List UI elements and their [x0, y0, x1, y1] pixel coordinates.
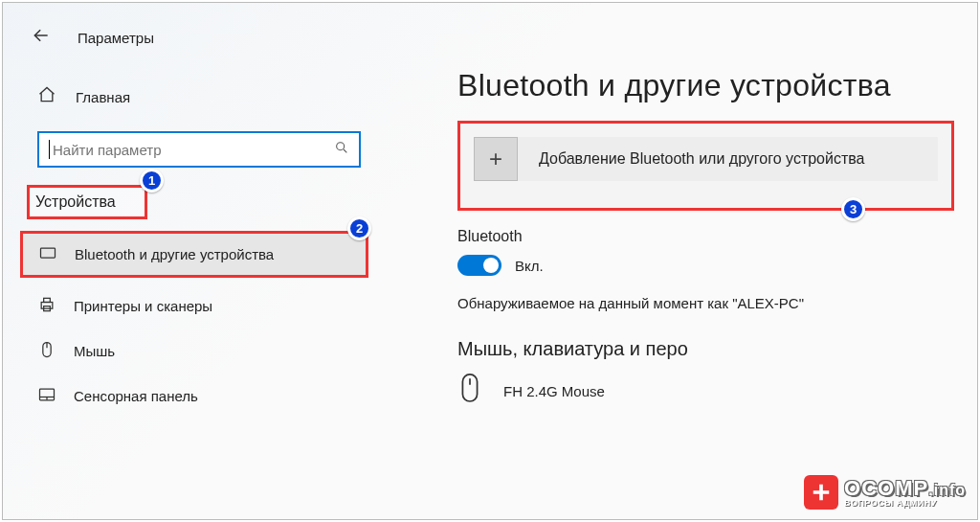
- nav-label: Принтеры и сканеры: [74, 298, 212, 314]
- sidebar-item-home[interactable]: Главная: [3, 55, 386, 112]
- sidebar-item-printers[interactable]: Принтеры и сканеры: [3, 284, 386, 329]
- search-icon: [334, 140, 349, 159]
- category-label: Устройства: [35, 193, 116, 210]
- search-field[interactable]: [53, 142, 334, 158]
- add-device-label: Добавление Bluetooth или другого устройс…: [539, 150, 865, 168]
- watermark-brand: OCOMP: [844, 476, 928, 500]
- bluetooth-state: Вкл.: [515, 258, 544, 274]
- settings-window: Параметры Главная Устройства: [2, 2, 978, 520]
- home-label: Главная: [76, 89, 130, 105]
- watermark-logo-icon: [804, 475, 838, 510]
- bluetooth-toggle[interactable]: [457, 255, 501, 276]
- nav-list: Bluetooth и другие устройства 2 Принтеры…: [3, 231, 386, 419]
- svg-rect-15: [462, 374, 477, 401]
- annotation-badge-2: 2: [347, 216, 371, 240]
- bluetooth-section: Bluetooth Вкл. Обнаруживаемое на данный …: [457, 228, 954, 311]
- touchpad-icon: [37, 385, 56, 407]
- plus-icon: +: [474, 137, 518, 181]
- mouse-device-icon: [457, 372, 482, 410]
- svg-rect-8: [44, 298, 51, 302]
- bluetooth-devices-icon: [38, 243, 57, 265]
- printer-icon: [37, 295, 56, 317]
- add-device-inner: + Добавление Bluetooth или другого устро…: [474, 137, 938, 181]
- content-area: Bluetooth и другие устройства + Добавлен…: [457, 68, 954, 410]
- device-item[interactable]: FH 2.4G Mouse: [457, 372, 954, 410]
- app-title: Параметры: [78, 30, 154, 46]
- nav-label: Сенсорная панель: [74, 388, 198, 404]
- titlebar: Параметры: [3, 20, 386, 55]
- back-icon[interactable]: [32, 26, 51, 49]
- watermark: OCOMP.info ВОПРОСЫ АДМИНУ: [804, 475, 966, 510]
- text-cursor: [49, 140, 50, 159]
- page-title: Bluetooth и другие устройства: [457, 68, 954, 103]
- sidebar: Параметры Главная Устройства: [3, 3, 386, 519]
- home-icon: [37, 85, 56, 108]
- svg-rect-7: [41, 303, 53, 309]
- discoverable-text: Обнаруживаемое на данный момент как "ALE…: [457, 295, 954, 311]
- annotation-badge-3: 3: [841, 197, 865, 221]
- svg-line-2: [344, 149, 346, 152]
- sidebar-item-bluetooth[interactable]: Bluetooth и другие устройства 2: [20, 231, 368, 278]
- nav-label: Bluetooth и другие устройства: [75, 246, 274, 262]
- add-device-button[interactable]: + Добавление Bluetooth или другого устро…: [457, 121, 954, 211]
- sidebar-category-devices[interactable]: Устройства 1: [27, 185, 147, 219]
- search-input[interactable]: [37, 131, 361, 168]
- annotation-badge-1: 1: [140, 169, 164, 193]
- svg-rect-3: [41, 248, 56, 258]
- bluetooth-label: Bluetooth: [457, 228, 954, 245]
- watermark-tagline: ВОПРОСЫ АДМИНУ: [844, 499, 966, 508]
- svg-point-1: [337, 143, 345, 150]
- sidebar-item-mouse[interactable]: Мышь: [3, 329, 386, 374]
- nav-label: Мышь: [74, 343, 115, 359]
- watermark-suffix: .info: [928, 482, 966, 498]
- device-name: FH 2.4G Mouse: [503, 383, 605, 399]
- mouse-icon: [37, 340, 56, 362]
- sidebar-item-touchpad[interactable]: Сенсорная панель: [3, 374, 386, 419]
- section-mouse-keyboard: Мышь, клавиатура и перо: [457, 338, 954, 360]
